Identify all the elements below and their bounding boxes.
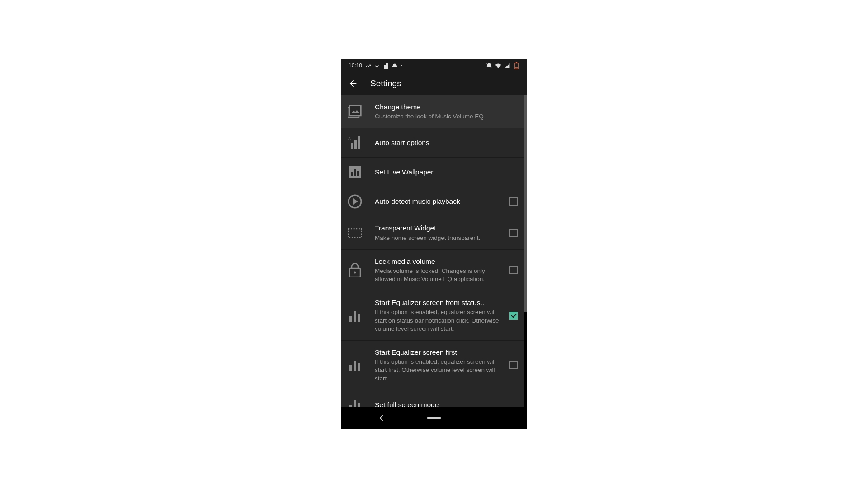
setting-subtitle: Media volume is locked. Changes is only … (375, 267, 501, 283)
svg-rect-14 (354, 169, 356, 176)
status-left: 10:10 (349, 62, 402, 69)
setting-subtitle: Make home screen widget transparent. (375, 234, 501, 242)
setting-subtitle: Customize the look of Music Volume EQ (375, 113, 518, 121)
setting-text: Set full screen mode (375, 400, 518, 407)
status-bars-icon (383, 62, 389, 69)
dnd-off-icon (486, 62, 492, 69)
svg-rect-10 (354, 140, 357, 149)
svg-rect-28 (358, 403, 360, 407)
svg-rect-17 (348, 229, 361, 238)
wifi-icon (495, 62, 501, 69)
setting-title: Set Live Wallpaper (375, 168, 518, 177)
setting-title: Auto detect music playback (375, 197, 501, 206)
setting-subtitle: If this option is enabled, equalizer scr… (375, 308, 501, 333)
lock-icon (348, 263, 362, 277)
setting-title: Start Equalizer screen first (375, 348, 501, 357)
setting-checkbox[interactable] (509, 312, 518, 320)
setting-title: Set full screen mode (375, 400, 518, 407)
setting-title: Auto start options (375, 138, 518, 147)
setting-checkbox[interactable] (509, 229, 518, 237)
battery-low-icon (513, 62, 519, 69)
setting-item[interactable]: Start Equalizer screen firstIf this opti… (341, 341, 524, 390)
bars-icon (348, 398, 362, 407)
svg-rect-24 (354, 361, 356, 371)
status-bar: 10:10 (341, 59, 527, 72)
svg-rect-9 (351, 143, 353, 149)
setting-checkbox[interactable] (509, 197, 518, 206)
cell-signal-icon (504, 62, 510, 69)
svg-rect-0 (384, 65, 386, 69)
arrow-back-icon (348, 79, 358, 89)
setting-text: Start Equalizer screen from status..If t… (375, 298, 501, 333)
setting-item[interactable]: Set Live Wallpaper (341, 158, 524, 187)
setting-item[interactable]: Set full screen mode (341, 390, 524, 407)
setting-text: Start Equalizer screen firstIf this opti… (375, 348, 501, 383)
back-button[interactable] (348, 78, 359, 89)
usb-icon (374, 62, 380, 69)
bars-box-icon (348, 165, 362, 179)
navigation-bar (341, 407, 527, 429)
setting-item[interactable]: Lock media volumeMedia volume is locked.… (341, 250, 524, 291)
setting-text: Auto start options (375, 138, 518, 147)
status-dot-icon (401, 65, 402, 66)
setting-item[interactable]: Auto detect music playback (341, 187, 524, 216)
phone-frame: 10:10 (341, 59, 527, 429)
svg-rect-22 (358, 314, 360, 322)
scrollbar-thumb[interactable] (524, 95, 527, 312)
svg-rect-25 (358, 363, 360, 371)
bars-icon (348, 358, 362, 372)
svg-rect-20 (349, 316, 352, 322)
status-time: 10:10 (349, 62, 362, 69)
setting-text: Auto detect music playback (375, 197, 501, 206)
svg-rect-27 (354, 400, 356, 407)
setting-checkbox[interactable] (509, 266, 518, 274)
status-right (486, 62, 519, 69)
nav-back-button[interactable] (379, 414, 386, 421)
svg-rect-21 (354, 311, 356, 322)
setting-checkbox[interactable] (509, 361, 518, 369)
svg-rect-5 (515, 67, 518, 68)
missed-call-icon (365, 62, 371, 69)
cloud-icon (392, 62, 398, 69)
app-bar: Settings (341, 72, 527, 95)
setting-text: Lock media volumeMedia volume is locked.… (375, 257, 501, 284)
dashed-rect-icon (348, 226, 362, 240)
setting-item[interactable]: AAuto start options (341, 128, 524, 158)
svg-rect-15 (357, 171, 359, 176)
setting-text: Transparent WidgetMake home screen widge… (375, 224, 501, 242)
setting-text: Set Live Wallpaper (375, 168, 518, 177)
setting-item[interactable]: Transparent WidgetMake home screen widge… (341, 216, 524, 249)
setting-item[interactable]: Change themeCustomize the look of Music … (341, 95, 524, 128)
setting-subtitle: If this option is enabled, equalizer scr… (375, 358, 501, 383)
setting-title: Transparent Widget (375, 224, 501, 233)
svg-rect-11 (358, 136, 360, 149)
page-title: Settings (370, 79, 401, 89)
svg-rect-7 (349, 105, 361, 116)
setting-title: Start Equalizer screen from status.. (375, 298, 501, 307)
setting-text: Change themeCustomize the look of Music … (375, 103, 518, 121)
svg-rect-13 (351, 172, 353, 176)
autostart-icon: A (348, 136, 362, 150)
svg-text:A: A (348, 136, 351, 141)
nav-home-pill[interactable] (427, 417, 441, 419)
svg-rect-23 (349, 365, 352, 371)
image-icon (348, 104, 362, 119)
bars-icon (348, 309, 362, 323)
svg-rect-1 (386, 63, 388, 69)
setting-item[interactable]: Start Equalizer screen from status..If t… (341, 291, 524, 341)
play-circle-icon (348, 194, 362, 209)
setting-title: Change theme (375, 103, 518, 112)
svg-point-19 (354, 272, 356, 274)
settings-list[interactable]: Change themeCustomize the look of Music … (341, 95, 524, 407)
setting-title: Lock media volume (375, 257, 501, 266)
